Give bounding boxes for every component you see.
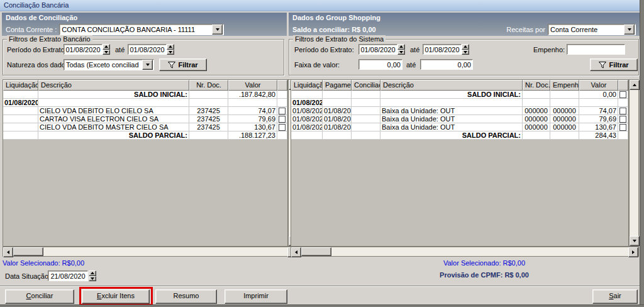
valor-cell: 79,69: [228, 115, 277, 123]
spin-down-icon[interactable]: [167, 50, 174, 55]
column-header[interactable]: Liquidação: [3, 80, 38, 91]
ate-label: até: [410, 46, 419, 53]
periodo-ate-stepper[interactable]: [462, 44, 469, 55]
saldo-inicial-label: SALDO INICIAL:: [38, 91, 189, 99]
table-row[interactable]: 01/08/2020 01/08/2020 Baixa da Unidade: …: [291, 107, 628, 115]
saldo-parcial-row[interactable]: SALDO PARCIAL: 284,43: [291, 131, 628, 140]
periodo-ate-stepper[interactable]: [167, 44, 174, 55]
column-header[interactable]: Valor: [579, 80, 618, 91]
table-row[interactable]: 01/08/2020 01/08/2020 Baixa da Unidade: …: [291, 123, 628, 131]
date-group-row[interactable]: 01/08/2020: [291, 99, 628, 107]
column-header[interactable]: Valor: [228, 80, 277, 91]
scroll-left-icon[interactable]: [3, 247, 13, 257]
spin-down-icon[interactable]: [462, 50, 469, 55]
left-horizontal-scrollbar[interactable]: [3, 247, 298, 257]
column-header[interactable]: Nr. Doc.: [189, 80, 228, 91]
periodo-de-input[interactable]: [64, 44, 103, 55]
sair-button[interactable]: Sair: [592, 289, 638, 304]
spin-up-icon[interactable]: [89, 271, 96, 276]
scroll-up-icon[interactable]: [630, 80, 640, 90]
nrdoc-cell: 000000: [523, 115, 550, 123]
faixa-ate-input[interactable]: [420, 59, 473, 70]
row-checkbox[interactable]: [619, 91, 626, 98]
row-checkbox[interactable]: [279, 108, 286, 114]
saldo-parcial-row[interactable]: SALDO PARCIAL: .188.127,23: [3, 131, 287, 140]
spin-up-icon[interactable]: [462, 44, 469, 50]
saldo-inicial-valor: 0,00: [579, 91, 618, 99]
resumo-label: Resumo: [156, 290, 216, 302]
data-situacao-stepper[interactable]: [89, 271, 96, 281]
pagamento-cell: 01/08/2020: [323, 123, 352, 131]
scroll-left-icon[interactable]: [291, 247, 301, 257]
filter-icon: [168, 62, 175, 69]
table-row[interactable]: CARTAO VISA ELECTRON CIELO SA 237425 79,…: [3, 115, 287, 123]
spin-up-icon[interactable]: [167, 44, 174, 50]
saldo-inicial-row[interactable]: SALDO INICIAL: .187.842,80: [3, 91, 287, 99]
chevron-down-icon[interactable]: [624, 25, 635, 35]
right-extrato-grid[interactable]: Liquidação Pagament Conciliaçã Descrição…: [291, 79, 629, 247]
imprimir-button[interactable]: Imprimir: [225, 289, 287, 304]
table-row[interactable]: CIELO VDA DEBITO MASTER CIELO SA 237425 …: [3, 123, 287, 131]
liquidacao-cell: 01/08/2020: [291, 115, 323, 123]
filter-icon: [599, 62, 606, 69]
natureza-dados-select[interactable]: Todas (Exceto conciliad: [64, 59, 154, 70]
scroll-down-icon[interactable]: [630, 236, 640, 246]
periodo-de-stepper[interactable]: [397, 44, 405, 55]
row-checkbox[interactable]: [619, 108, 626, 114]
left-grid-header: Liquidação Descrição Nr. Doc. Valor: [3, 80, 287, 91]
table-row[interactable]: CIELO VDA DEBITO ELO CIELO SA 237425 74,…: [3, 107, 287, 115]
column-header[interactable]: Nr. Doc.: [523, 80, 550, 91]
column-header[interactable]: Liquidação: [291, 80, 323, 91]
right-horizontal-scrollbar[interactable]: [291, 247, 639, 257]
resumo-button[interactable]: Resumo: [155, 289, 217, 304]
right-grid-header: Liquidação Pagament Conciliaçã Descrição…: [291, 80, 628, 91]
spin-up-icon[interactable]: [397, 44, 405, 50]
column-header[interactable]: Conciliaçã: [352, 80, 380, 91]
receitas-por-select[interactable]: Conta Corrente: [548, 24, 636, 35]
descricao-cell: Baixa da Unidade: OUT: [380, 123, 523, 131]
spin-down-icon[interactable]: [89, 276, 96, 282]
saldo-a-conciliar: Saldo a conciliar: R$ 0,00: [292, 26, 376, 33]
periodo-de-input[interactable]: [358, 44, 397, 55]
scroll-right-icon[interactable]: [628, 247, 638, 257]
right-filtrar-label: Filtrar: [609, 61, 628, 69]
descricao-cell: CIELO VDA DEBITO ELO CIELO SA: [38, 107, 189, 115]
right-vertical-scrollbar[interactable]: [629, 79, 639, 247]
faixa-de-input[interactable]: [358, 59, 402, 70]
spin-down-icon[interactable]: [103, 50, 110, 55]
column-header[interactable]: Empenh: [550, 80, 579, 91]
valor-cell: 130,67: [579, 123, 618, 131]
saldo-parcial-valor: .188.127,23: [228, 131, 277, 140]
periodo-de-stepper[interactable]: [103, 44, 110, 55]
left-extrato-grid[interactable]: Liquidação Descrição Nr. Doc. Valor SALD…: [3, 79, 288, 247]
chevron-down-icon[interactable]: [212, 25, 223, 35]
scrollbar-thumb[interactable]: [301, 247, 331, 256]
data-situacao-input[interactable]: [48, 271, 88, 281]
row-checkbox[interactable]: [279, 124, 286, 131]
conta-corrente-label: Conta Corrente :: [6, 26, 57, 33]
empenho-input[interactable]: [567, 44, 625, 55]
column-header[interactable]: Descrição: [38, 80, 189, 91]
table-row[interactable]: 01/08/2020 01/08/2020 Baixa da Unidade: …: [291, 115, 628, 123]
liquidacao-cell: 01/08/2020: [291, 107, 323, 115]
column-header[interactable]: Descrição: [380, 80, 523, 91]
pagamento-cell: 01/08/2020: [323, 115, 352, 123]
scrollbar-thumb[interactable]: [13, 247, 43, 256]
conta-corrente-select[interactable]: CONTA CONCILIAÇÃO BANCARIA - 11111: [59, 24, 224, 35]
column-header[interactable]: Pagament: [323, 80, 352, 91]
date-group-row[interactable]: 01/08/2020: [3, 99, 287, 107]
left-filtrar-button[interactable]: Filtrar: [159, 59, 207, 71]
conciliacao-cell: [352, 107, 380, 115]
chevron-down-icon[interactable]: [142, 60, 153, 70]
right-filtrar-button[interactable]: Filtrar: [590, 59, 638, 71]
row-checkbox[interactable]: [619, 124, 626, 131]
nrdoc-cell: 237425: [189, 115, 228, 123]
spin-down-icon[interactable]: [397, 50, 405, 55]
periodo-ate-input[interactable]: [423, 44, 462, 55]
spin-up-icon[interactable]: [103, 44, 110, 50]
row-checkbox[interactable]: [619, 116, 626, 123]
saldo-inicial-row[interactable]: SALDO INICIAL: 0,00: [291, 91, 628, 99]
row-checkbox[interactable]: [279, 116, 286, 123]
periodo-ate-input[interactable]: [128, 44, 167, 55]
conciliar-button[interactable]: Conciliar: [5, 289, 74, 304]
